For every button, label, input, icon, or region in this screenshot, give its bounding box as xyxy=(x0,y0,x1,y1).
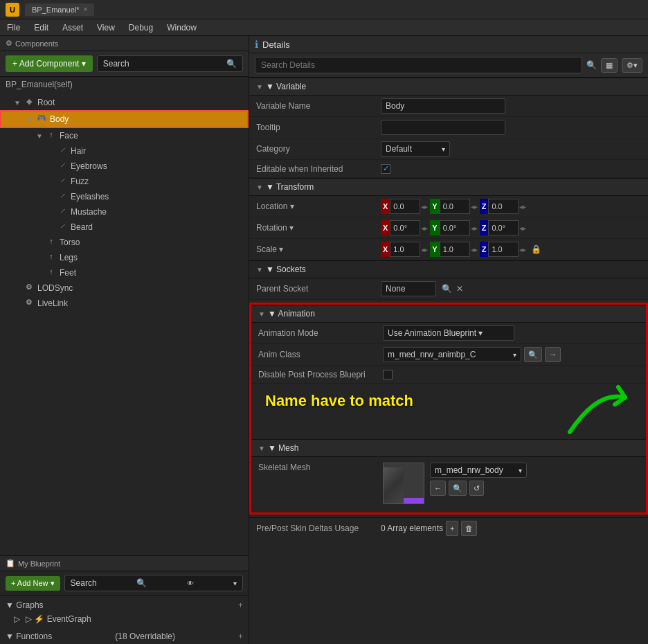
location-y-input: Y 0.0 ◂▸ xyxy=(430,199,478,214)
menu-view[interactable]: View xyxy=(94,21,118,34)
menu-window[interactable]: Window xyxy=(164,21,199,34)
settings-button[interactable]: ⚙▾ xyxy=(622,58,642,73)
tree-item-mustache[interactable]: ⟋ Mustache xyxy=(0,204,249,220)
parent-socket-value-text: None xyxy=(386,284,406,294)
menu-edit[interactable]: Edit xyxy=(31,21,51,34)
mesh-refresh-button[interactable]: ↺ xyxy=(469,481,484,496)
functions-header[interactable]: ▼ Functions (18 Overridable) + xyxy=(0,629,249,644)
component-search-box[interactable]: Search 🔍 xyxy=(97,55,243,72)
scale-y-input: Y 1.0 ◂▸ xyxy=(430,242,478,257)
anim-class-dropdown[interactable]: m_med_nrw_animbp_C ▾ xyxy=(383,347,521,362)
mesh-icon: 🎮 xyxy=(36,114,47,125)
tree-item-root[interactable]: ▼ ◆ Root xyxy=(0,95,249,110)
rotation-y-value[interactable]: 0.0° xyxy=(440,220,470,235)
close-tab-icon[interactable]: × xyxy=(84,6,88,13)
tree-item-legs[interactable]: ↑ Legs xyxy=(0,250,249,265)
graphs-header[interactable]: ▼ Graphs + xyxy=(0,598,249,612)
variable-name-input[interactable] xyxy=(381,98,505,114)
mesh-search-button[interactable]: 🔍 xyxy=(449,481,467,496)
bone-icon: ⟋ xyxy=(57,206,68,217)
pre-post-label: Pre/Post Skin Deltas Usage xyxy=(256,524,381,533)
details-search-input[interactable] xyxy=(255,57,582,73)
tree-item-face[interactable]: ▼ ↑ Face xyxy=(0,128,249,143)
tooltip-input[interactable] xyxy=(381,120,505,135)
scale-z-value[interactable]: 1.0 xyxy=(488,242,519,257)
menu-asset[interactable]: Asset xyxy=(60,21,86,34)
xyz-arrow-icon: ◂▸ xyxy=(420,224,429,232)
functions-label: ▼ Functions xyxy=(6,632,52,641)
grid-view-button[interactable]: ▦ xyxy=(601,58,618,73)
event-graph-item[interactable]: ▷ ▷ ⚡ EventGraph xyxy=(0,612,249,626)
location-xyz: X 0.0 ◂▸ Y 0.0 ◂▸ Z 0.0 ◂▸ xyxy=(381,199,527,214)
menu-file[interactable]: File xyxy=(4,21,23,34)
xyz-arrow-icon: ◂▸ xyxy=(420,246,429,253)
array-add-button[interactable]: + xyxy=(446,521,458,536)
category-dropdown[interactable]: Default ▾ xyxy=(381,141,450,156)
search-icon: 🔍 xyxy=(586,60,597,70)
main-layout: ⚙ Components + Add Component ▾ Search 🔍 … xyxy=(0,36,648,644)
anim-class-arrow-button[interactable]: → xyxy=(545,347,561,362)
green-arrow-icon xyxy=(556,377,639,446)
search-socket-icon[interactable]: 🔍 xyxy=(442,284,452,294)
tree-item-eyebrows[interactable]: ⟋ Eyebrows xyxy=(0,159,249,174)
tree-item-hair[interactable]: ⟋ Hair xyxy=(0,143,249,159)
dropdown-arrow-icon: ▾ xyxy=(513,351,516,359)
search-icon: 🔍 xyxy=(226,59,237,69)
add-function-icon[interactable]: + xyxy=(238,632,243,641)
skeletal-mesh-value-text: m_med_nrw_body xyxy=(435,465,503,475)
tree-label-torso: Torso xyxy=(60,238,80,247)
anim-class-value: m_med_nrw_animbp_C ▾ 🔍 → xyxy=(383,347,639,362)
tree-item-eyelashes[interactable]: ⟋ Eyelashes xyxy=(0,189,249,204)
transform-section-header[interactable]: ▼ ▼ Transform xyxy=(249,178,648,196)
clear-socket-icon[interactable]: ✕ xyxy=(456,284,463,294)
tree-item-lodsync[interactable]: ⚙ LODSync xyxy=(0,280,249,296)
blueprint-search-box[interactable]: Search 🔍 👁 ▾ xyxy=(64,575,243,591)
collapse-arrow: ▼ xyxy=(256,266,263,274)
scale-y-value[interactable]: 1.0 xyxy=(440,242,470,257)
array-remove-button[interactable]: 🗑 xyxy=(461,521,477,536)
location-x-value[interactable]: 0.0 xyxy=(390,199,420,214)
variable-section-header[interactable]: ▼ ▼ Variable xyxy=(249,78,648,96)
file-tab[interactable]: BP_Emanuel* × xyxy=(25,3,94,16)
tree-item-feet[interactable]: ↑ Feet xyxy=(0,265,249,280)
tree-label-beard: Beard xyxy=(71,222,93,232)
skeletal-mesh-value: m_med_nrw_body ▾ ← 🔍 ↺ xyxy=(383,463,639,504)
pre-post-value-text: 0 Array elements xyxy=(381,524,443,533)
skeletal-mesh-dropdown[interactable]: m_med_nrw_body ▾ xyxy=(430,463,527,478)
parent-socket-dropdown[interactable]: None xyxy=(381,281,436,296)
animation-mode-dropdown[interactable]: Use Animation Blueprint ▾ xyxy=(383,325,514,341)
rotation-z-value[interactable]: 0.0° xyxy=(488,220,519,235)
location-z-value[interactable]: 0.0 xyxy=(488,199,519,214)
rotation-x-value[interactable]: 0.0° xyxy=(390,220,420,235)
graphs-label: ▼ Graphs xyxy=(6,600,44,610)
animation-section-header[interactable]: ▼ ▼ Animation xyxy=(251,305,646,323)
mesh-back-button[interactable]: ← xyxy=(430,481,446,496)
sockets-section-header[interactable]: ▼ ▼ Sockets xyxy=(249,260,648,278)
anim-class-search-button[interactable]: 🔍 xyxy=(524,347,542,362)
disable-post-process-label: Disable Post Process Bluepri xyxy=(258,370,383,379)
components-label: Components xyxy=(15,39,58,48)
location-y-value[interactable]: 0.0 xyxy=(440,199,470,214)
add-graph-icon[interactable]: + xyxy=(238,600,243,610)
livelink-icon: ⚙ xyxy=(24,298,35,309)
disable-post-process-checkbox[interactable] xyxy=(383,370,393,379)
add-component-button[interactable]: + Add Component ▾ xyxy=(6,55,93,72)
scale-x-value[interactable]: 1.0 xyxy=(390,242,420,257)
scale-xyz: X 1.0 ◂▸ Y 1.0 ◂▸ Z 1.0 ◂▸ xyxy=(381,242,541,257)
rotation-label: Rotation ▾ xyxy=(256,223,381,233)
xyz-arrow-icon: ◂▸ xyxy=(519,224,527,232)
animation-section-block: ▼ ▼ Animation Animation Mode Use Animati… xyxy=(249,303,648,515)
tree-item-body[interactable]: ▼ 🎮 Body xyxy=(0,110,249,128)
tree-item-fuzz[interactable]: ⟋ Fuzz xyxy=(0,174,249,189)
blueprint-icon: 📋 xyxy=(6,559,15,568)
menu-debug[interactable]: Debug xyxy=(126,21,156,34)
rotation-xyz: X 0.0° ◂▸ Y 0.0° ◂▸ Z 0.0° ◂▸ xyxy=(381,220,527,235)
add-new-button[interactable]: + Add New ▾ xyxy=(6,576,60,591)
mesh-thumbnail[interactable] xyxy=(383,463,424,504)
lock-icon[interactable]: 🔒 xyxy=(531,244,541,254)
scale-z-input: Z 1.0 ◂▸ xyxy=(480,242,528,257)
editable-checkbox[interactable]: ✓ xyxy=(381,164,390,174)
tree-item-livelink[interactable]: ⚙ LiveLink xyxy=(0,296,249,311)
tree-item-beard[interactable]: ⟋ Beard xyxy=(0,220,249,235)
tree-item-torso[interactable]: ↑ Torso xyxy=(0,235,249,250)
